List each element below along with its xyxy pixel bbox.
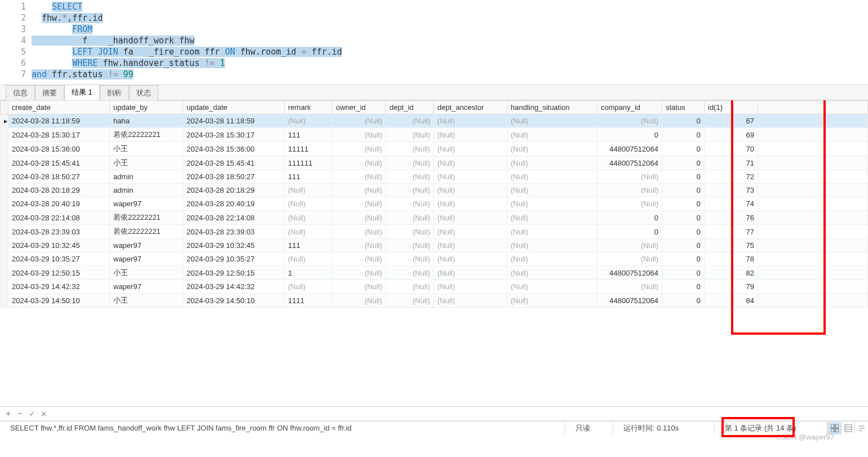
cell-remark[interactable]: 111111 bbox=[285, 156, 333, 170]
cell-update_by[interactable]: 小王 bbox=[110, 142, 183, 156]
table-row[interactable]: 2024-03-29 10:35:27waper972024-03-29 10:… bbox=[1, 252, 868, 266]
editor-line[interactable]: 4 f _handoff_work fhw bbox=[0, 35, 868, 46]
row-marker[interactable] bbox=[1, 184, 8, 197]
cell-handling_situation[interactable]: (Null) bbox=[507, 128, 597, 142]
cell-company_id[interactable]: 448007512064 bbox=[597, 142, 662, 156]
cell-update_by[interactable]: waper97 bbox=[110, 239, 183, 252]
cell-create_date[interactable]: 2024-03-29 14:50:10 bbox=[8, 294, 110, 308]
cell-status[interactable]: 0 bbox=[662, 266, 705, 280]
remove-row-icon[interactable]: − bbox=[17, 409, 23, 419]
cell-company_id[interactable]: (Null) bbox=[597, 280, 662, 294]
cell-owner_id[interactable]: (Null) bbox=[333, 142, 386, 156]
cell-remark[interactable]: 111 bbox=[285, 170, 333, 184]
cancel-icon[interactable]: ✕ bbox=[41, 409, 46, 419]
editor-line[interactable]: 2 fhw.*,ffr.id bbox=[0, 12, 868, 24]
code-content[interactable]: SELECT bbox=[32, 1, 82, 12]
form-view-icon[interactable] bbox=[841, 422, 854, 434]
cell-company_id[interactable]: (Null) bbox=[597, 197, 662, 211]
cell-update_by[interactable]: waper97 bbox=[110, 252, 183, 266]
table-row[interactable]: 2024-03-29 10:32:45waper972024-03-29 10:… bbox=[1, 239, 868, 252]
cell-company_id[interactable]: (Null) bbox=[597, 184, 662, 197]
cell-handling_situation[interactable]: (Null) bbox=[507, 114, 597, 128]
cell-update_by[interactable]: 若依22222221 bbox=[110, 225, 183, 239]
table-row[interactable]: 2024-03-28 20:40:19waper972024-03-28 20:… bbox=[1, 197, 868, 211]
cell-id1[interactable]: 73 bbox=[705, 184, 758, 197]
cell-status[interactable]: 0 bbox=[662, 197, 705, 211]
cell-owner_id[interactable]: (Null) bbox=[333, 211, 386, 225]
code-content[interactable]: WHERE fhw.handover_status != 1 bbox=[32, 57, 225, 69]
cell-update_by[interactable]: 若依22222221 bbox=[110, 128, 183, 142]
cell-update_date[interactable]: 2024-03-28 15:36:00 bbox=[183, 142, 285, 156]
cell-dept_id[interactable]: (Null) bbox=[386, 197, 434, 211]
apply-icon[interactable]: ✓ bbox=[29, 409, 34, 419]
tab-状态[interactable]: 状态 bbox=[129, 85, 158, 100]
cell-id1[interactable]: 70 bbox=[705, 142, 758, 156]
cell-dept_id[interactable]: (Null) bbox=[386, 114, 434, 128]
cell-dept_id[interactable]: (Null) bbox=[386, 266, 434, 280]
cell-status[interactable]: 0 bbox=[662, 142, 705, 156]
cell-create_date[interactable]: 2024-03-29 14:42:32 bbox=[8, 280, 110, 294]
cell-dept_id[interactable]: (Null) bbox=[386, 252, 434, 266]
cell-company_id[interactable]: (Null) bbox=[597, 239, 662, 252]
cell-dept_id[interactable]: (Null) bbox=[386, 239, 434, 252]
cell-owner_id[interactable]: (Null) bbox=[333, 280, 386, 294]
cell-status[interactable]: 0 bbox=[662, 211, 705, 225]
cell-company_id[interactable]: 0 bbox=[597, 225, 662, 239]
row-marker[interactable] bbox=[1, 280, 8, 294]
cell-status[interactable]: 0 bbox=[662, 170, 705, 184]
cell-handling_situation[interactable]: (Null) bbox=[507, 239, 597, 252]
cell-handling_situation[interactable]: (Null) bbox=[507, 184, 597, 197]
cell-remark[interactable]: 111 bbox=[285, 239, 333, 252]
cell-handling_situation[interactable]: (Null) bbox=[507, 252, 597, 266]
cell-remark[interactable]: (Null) bbox=[285, 225, 333, 239]
row-marker[interactable] bbox=[1, 211, 8, 225]
column-header-status[interactable]: status bbox=[662, 101, 705, 114]
cell-remark[interactable]: (Null) bbox=[285, 114, 333, 128]
row-marker[interactable] bbox=[1, 197, 8, 211]
cell-status[interactable]: 0 bbox=[662, 294, 705, 308]
cell-dept_ancestor[interactable]: (Null) bbox=[434, 280, 507, 294]
cell-status[interactable]: 0 bbox=[662, 252, 705, 266]
cell-update_date[interactable]: 2024-03-28 20:18:29 bbox=[183, 184, 285, 197]
cell-create_date[interactable]: 2024-03-29 10:32:45 bbox=[8, 239, 110, 252]
row-marker[interactable] bbox=[1, 252, 8, 266]
cell-company_id[interactable]: (Null) bbox=[597, 114, 662, 128]
column-header-update_by[interactable]: update_by bbox=[110, 101, 183, 114]
cell-remark[interactable]: (Null) bbox=[285, 197, 333, 211]
column-header-owner_id[interactable]: owner_id bbox=[333, 101, 386, 114]
cell-create_date[interactable]: 2024-03-28 15:45:41 bbox=[8, 156, 110, 170]
cell-status[interactable]: 0 bbox=[662, 114, 705, 128]
row-marker[interactable] bbox=[1, 294, 8, 308]
editor-line[interactable]: 6 WHERE fhw.handover_status != 1 bbox=[0, 57, 868, 69]
cell-create_date[interactable]: 2024-03-28 15:36:00 bbox=[8, 142, 110, 156]
cell-owner_id[interactable]: (Null) bbox=[333, 294, 386, 308]
cell-status[interactable]: 0 bbox=[662, 156, 705, 170]
cell-status[interactable]: 0 bbox=[662, 280, 705, 294]
table-row[interactable]: 2024-03-28 15:36:00小王2024-03-28 15:36:00… bbox=[1, 142, 868, 156]
cell-owner_id[interactable]: (Null) bbox=[333, 184, 386, 197]
cell-update_date[interactable]: 2024-03-28 15:45:41 bbox=[183, 156, 285, 170]
cell-id1[interactable]: 84 bbox=[705, 294, 758, 308]
cell-dept_ancestor[interactable]: (Null) bbox=[434, 142, 507, 156]
cell-owner_id[interactable]: (Null) bbox=[333, 266, 386, 280]
cell-dept_ancestor[interactable]: (Null) bbox=[434, 128, 507, 142]
cell-id1[interactable]: 77 bbox=[705, 225, 758, 239]
cell-dept_ancestor[interactable]: (Null) bbox=[434, 170, 507, 184]
editor-line[interactable]: 1 SELECT bbox=[0, 1, 868, 12]
cell-dept_id[interactable]: (Null) bbox=[386, 211, 434, 225]
tab-结果 1[interactable]: 结果 1 bbox=[64, 85, 100, 100]
column-header-company_id[interactable]: company_id bbox=[597, 101, 662, 114]
cell-company_id[interactable]: 448007512064 bbox=[597, 156, 662, 170]
cell-remark[interactable]: (Null) bbox=[285, 280, 333, 294]
cell-dept_ancestor[interactable]: (Null) bbox=[434, 184, 507, 197]
row-marker[interactable] bbox=[1, 142, 8, 156]
cell-status[interactable]: 0 bbox=[662, 239, 705, 252]
code-content[interactable]: f _handoff_work fhw bbox=[32, 35, 194, 46]
editor-line[interactable]: 3 FROM bbox=[0, 24, 868, 35]
cell-owner_id[interactable]: (Null) bbox=[333, 225, 386, 239]
row-marker[interactable] bbox=[1, 266, 8, 280]
tab-信息[interactable]: 信息 bbox=[6, 85, 35, 100]
editor-line[interactable]: 7and ffr.status != 99 bbox=[0, 69, 868, 80]
cell-status[interactable]: 0 bbox=[662, 184, 705, 197]
column-header-create_date[interactable]: create_date bbox=[8, 101, 110, 114]
